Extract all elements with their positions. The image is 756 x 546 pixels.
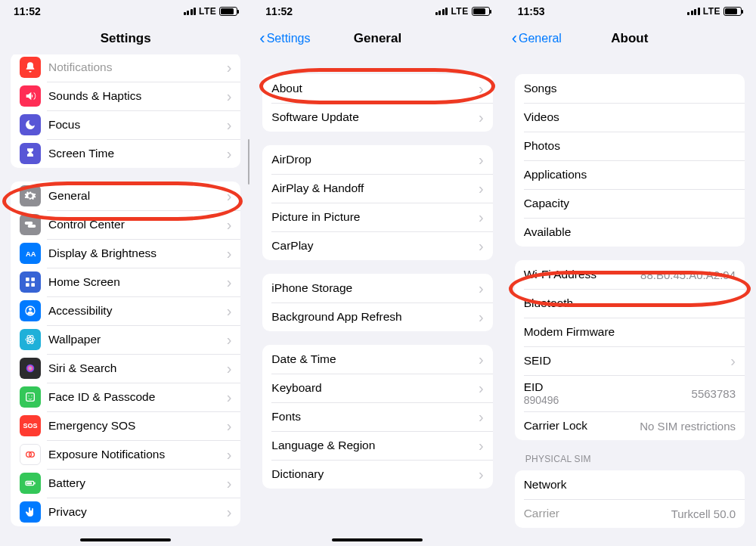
- list-item[interactable]: Background App Refresh›: [262, 302, 492, 331]
- item-label: Videos: [524, 110, 736, 124]
- list-item[interactable]: CarPlay›: [262, 231, 492, 260]
- list-item[interactable]: Exposure Notifications›: [11, 440, 240, 469]
- hourglass-icon: [20, 143, 41, 164]
- item-label: Language & Region: [271, 439, 474, 452]
- list-item[interactable]: Wi-Fi Address88:B0:45:A0:A2:94: [515, 260, 745, 289]
- list-item[interactable]: Videos: [515, 103, 745, 132]
- item-label: Fonts: [271, 410, 474, 423]
- svg-rect-3: [26, 283, 29, 287]
- list-item[interactable]: Date & Time›: [262, 345, 492, 374]
- list-item[interactable]: Songs: [515, 74, 745, 103]
- list-item[interactable]: Screen Time›: [11, 139, 240, 168]
- signal-icon: [687, 8, 700, 15]
- item-label: Network: [524, 478, 736, 492]
- chevron-right-icon: ›: [227, 360, 232, 377]
- list-item[interactable]: Dictionary›: [262, 460, 492, 489]
- list-item[interactable]: Notifications›: [11, 54, 240, 82]
- list-item[interactable]: CarrierTurkcell 50.0: [515, 499, 745, 528]
- svg-rect-2: [31, 278, 35, 281]
- list-item[interactable]: Focus›: [11, 110, 240, 139]
- svg-point-7: [29, 339, 32, 341]
- scroll-area[interactable]: About›Software Update› AirDrop›AirPlay &…: [252, 54, 503, 546]
- chevron-right-icon: ›: [227, 504, 232, 521]
- list-item[interactable]: About›: [262, 74, 492, 103]
- svg-point-13: [28, 396, 29, 396]
- hand-icon: [20, 501, 41, 523]
- face-icon: [20, 386, 41, 408]
- signal-icon: [435, 8, 448, 15]
- item-value: Turkcell 50.0: [671, 507, 736, 520]
- status-time: 11:52: [265, 5, 293, 17]
- item-label: Applications: [524, 168, 736, 181]
- list-item[interactable]: AADisplay & Brightness›: [11, 239, 240, 268]
- battery-icon: [219, 7, 237, 16]
- list-item[interactable]: Language & Region›: [262, 431, 492, 460]
- list-item[interactable]: Sounds & Haptics›: [11, 82, 240, 110]
- item-label: Modem Firmware: [524, 325, 736, 339]
- chevron-right-icon: ›: [227, 216, 232, 234]
- item-label: Bluetooth: [524, 296, 736, 310]
- list-item[interactable]: AirDrop›: [262, 145, 492, 174]
- item-label: Background App Refresh: [271, 310, 474, 324]
- list-item[interactable]: Software Update›: [262, 103, 492, 132]
- chevron-right-icon: ›: [227, 274, 232, 291]
- chevron-right-icon: ›: [479, 408, 484, 426]
- chevron-right-icon: ›: [227, 302, 232, 320]
- item-value: No SIM restrictions: [640, 420, 736, 433]
- list-item[interactable]: Wallpaper›: [11, 325, 240, 354]
- item-label: Control Center: [48, 218, 222, 231]
- list-item[interactable]: Face ID & Passcode›: [11, 383, 240, 411]
- item-label: SEID: [524, 354, 727, 368]
- item-label: Software Update: [271, 110, 474, 124]
- list-item[interactable]: Carrier LockNo SIM restrictions: [515, 411, 745, 440]
- list-item[interactable]: SEID›: [515, 346, 745, 375]
- grid-icon: [20, 271, 41, 293]
- list-item[interactable]: Capacity: [515, 189, 745, 218]
- chevron-right-icon: ›: [479, 151, 484, 169]
- item-label: Carrier: [524, 507, 671, 520]
- list-item[interactable]: Battery›: [11, 469, 240, 498]
- svg-point-6: [29, 308, 32, 311]
- list-item[interactable]: AirPlay & Handoff›: [262, 174, 492, 203]
- chevron-right-icon: ›: [227, 88, 232, 105]
- list-item[interactable]: iPhone Storage›: [262, 274, 492, 302]
- chevron-right-icon: ›: [479, 309, 484, 326]
- list-item[interactable]: Modem Firmware: [515, 318, 745, 346]
- svg-point-11: [26, 365, 35, 373]
- list-item[interactable]: Fonts›: [262, 402, 492, 431]
- siri-icon: [20, 358, 41, 379]
- item-label: Notifications: [48, 60, 222, 74]
- scroll-area[interactable]: Notifications›Sounds & Haptics›Focus›Scr…: [0, 54, 251, 546]
- chevron-right-icon: ›: [479, 437, 484, 454]
- list-item[interactable]: Privacy›: [11, 498, 240, 526]
- item-label: EID: [524, 380, 692, 394]
- list-item[interactable]: Keyboard›: [262, 374, 492, 402]
- list-item[interactable]: Applications: [515, 160, 745, 189]
- list-item[interactable]: Bluetooth: [515, 289, 745, 318]
- svg-rect-18: [34, 482, 35, 485]
- item-label: Battery: [48, 476, 222, 490]
- list-item[interactable]: Home Screen›: [11, 268, 240, 296]
- sound-icon: [20, 85, 41, 107]
- list-item[interactable]: Network: [515, 470, 745, 499]
- back-button[interactable]: ‹ Settings: [259, 30, 310, 47]
- list-item[interactable]: Photos: [515, 132, 745, 160]
- list-item[interactable]: Available: [515, 218, 745, 247]
- item-label: Wallpaper: [48, 333, 222, 346]
- status-time: 11:53: [518, 5, 545, 17]
- bell-icon: [20, 57, 41, 78]
- list-item[interactable]: General›: [11, 181, 240, 210]
- back-label: Settings: [267, 32, 311, 45]
- list-item[interactable]: Control Center›: [11, 210, 240, 239]
- scroll-area[interactable]: SongsVideosPhotosApplicationsCapacityAva…: [504, 54, 755, 546]
- list-item[interactable]: Accessibility›: [11, 296, 240, 325]
- list-item[interactable]: Siri & Search›: [11, 354, 240, 383]
- sos-icon: SOS: [20, 415, 41, 436]
- svg-rect-12: [26, 393, 35, 402]
- list-item[interactable]: Picture in Picture›: [262, 203, 492, 231]
- item-label: Face ID & Passcode: [48, 390, 222, 404]
- back-button[interactable]: ‹ General: [512, 30, 562, 47]
- battery-icon: [723, 7, 742, 16]
- list-item[interactable]: SOSEmergency SOS›: [11, 411, 240, 440]
- list-item[interactable]: EID8904965563783: [515, 375, 745, 411]
